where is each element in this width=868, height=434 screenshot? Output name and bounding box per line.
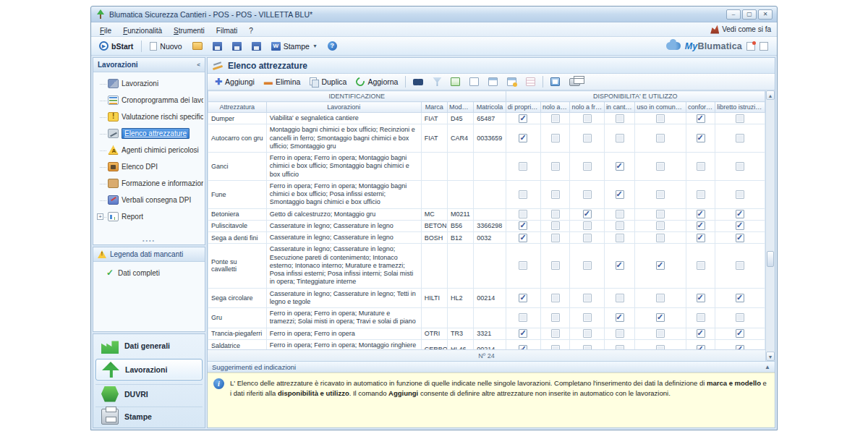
aggiungi-button[interactable]: ✚Aggiungi — [211, 75, 258, 88]
sidebar-item-lavorazioni[interactable]: Lavorazioni — [98, 75, 203, 92]
checkbox-conformita[interactable] — [697, 329, 705, 338]
checkbox-in-cantiere[interactable] — [616, 234, 624, 242]
checkbox-in-cantiere[interactable] — [616, 294, 624, 302]
column-header-libretto-istruzioni[interactable]: libretto istruzioni — [715, 102, 765, 113]
checkbox-di-proprieta[interactable] — [519, 210, 527, 218]
equipment-row[interactable]: Trancia-piegaferriFerro in opera; Ferro … — [208, 328, 765, 339]
checkbox-nolo-a-freddo[interactable] — [583, 329, 592, 338]
help-button[interactable]: ? — [324, 40, 341, 52]
checkbox-in-cantiere[interactable] — [616, 329, 624, 338]
checkbox-in-cantiere[interactable] — [616, 210, 624, 218]
sidebar-item-agenti-chimici-pericolosi[interactable]: Agenti chimici pericolosi — [98, 142, 203, 158]
vedi-come-si-fa-link[interactable]: Vedi come si fa — [722, 25, 771, 33]
sidebar-item-elenco-attrezzature[interactable]: Elenco attrezzature — [98, 125, 203, 142]
checkbox-conformita[interactable] — [697, 134, 705, 142]
checkbox-uso-in-comune[interactable] — [656, 329, 665, 338]
column-header-di-propriet[interactable]: di proprietà — [506, 102, 540, 113]
checkbox-di-proprieta[interactable] — [519, 261, 527, 270]
checkbox-conformita[interactable] — [697, 294, 705, 302]
checkbox-uso-in-comune[interactable] — [656, 294, 665, 302]
checkbox-nolo-a-caldo[interactable] — [551, 234, 560, 242]
checkbox-nolo-a-caldo[interactable] — [551, 114, 560, 123]
equipment-row[interactable]: Autocarro con gruMontaggio bagni chimici… — [208, 124, 765, 153]
checkbox-di-proprieta[interactable] — [519, 313, 527, 322]
card-view-button[interactable] — [466, 76, 482, 88]
close-button[interactable]: ✕ — [758, 9, 773, 20]
column-header-conformit[interactable]: conformità — [686, 102, 715, 113]
checkbox-nolo-a-caldo[interactable] — [551, 190, 560, 199]
checkbox-conformita[interactable] — [697, 234, 705, 242]
scrollbar-thumb[interactable] — [767, 251, 774, 267]
equipment-row[interactable]: FuneFerro in opera; Ferro in opera; Mont… — [208, 180, 765, 208]
vertical-scrollbar[interactable]: ▲ ▼ — [765, 90, 775, 361]
sidebar-item-report[interactable]: +Report — [98, 208, 203, 225]
checkbox-nolo-a-freddo[interactable] — [583, 221, 592, 230]
duplica-button[interactable]: Duplica — [306, 76, 350, 88]
checkbox-di-proprieta[interactable] — [519, 190, 527, 199]
sidebar-item-valutazione-rischi-specifici[interactable]: Valutazione rischi specifici — [98, 109, 203, 125]
checkbox-uso-in-comune[interactable] — [656, 114, 665, 123]
group-view-button[interactable] — [447, 76, 464, 88]
scroll-down-icon[interactable]: ▼ — [766, 352, 775, 361]
column-header-in-cantiere[interactable]: in cantiere — [604, 102, 634, 113]
checkbox-conformita[interactable] — [697, 210, 705, 218]
splitter-handle[interactable]: •••• — [93, 239, 205, 244]
checkbox-libretto-istruzioni[interactable] — [736, 221, 744, 230]
expand-icon[interactable]: + — [97, 213, 103, 220]
checkbox-libretto-istruzioni[interactable] — [736, 234, 744, 242]
menu-item-file[interactable]: File — [94, 25, 117, 36]
equipment-row[interactable]: Sega circolareCasserature in legno; Cass… — [208, 288, 765, 308]
equipment-row[interactable]: Ponte su cavallettiCasserature in legno;… — [208, 244, 765, 288]
checkbox-nolo-a-caldo[interactable] — [551, 261, 560, 270]
menu-item-filmati[interactable]: Filmati — [210, 25, 243, 36]
find-button[interactable] — [409, 77, 427, 88]
checkbox-uso-in-comune[interactable] — [656, 210, 665, 218]
checkbox-uso-in-comune[interactable] — [656, 313, 665, 322]
stampe-button[interactable]: W Stampe ▼ — [268, 41, 321, 52]
checkbox-conformita[interactable] — [697, 114, 705, 123]
export-grid-button[interactable] — [503, 76, 520, 88]
checkbox-conformita[interactable] — [697, 345, 705, 349]
checkbox-nolo-a-caldo[interactable] — [551, 221, 560, 230]
checkbox-libretto-istruzioni[interactable] — [736, 329, 744, 338]
save-button[interactable] — [209, 41, 226, 52]
export-button[interactable] — [248, 41, 265, 52]
nav-button-duvri[interactable]: DUVRI — [95, 384, 203, 403]
checkbox-di-proprieta[interactable] — [519, 294, 527, 302]
elimina-button[interactable]: ▬Elimina — [260, 75, 304, 88]
menu-item-?[interactable]: ? — [243, 25, 259, 36]
checkbox-conformita[interactable] — [697, 221, 705, 230]
checkbox-nolo-a-freddo[interactable] — [583, 210, 592, 218]
column-chooser-button[interactable] — [485, 76, 501, 88]
nav-button-stampe[interactable]: Stampe — [95, 407, 203, 425]
checkbox-nolo-a-freddo[interactable] — [583, 190, 592, 199]
sidebar-item-cronoprogramma-dei-lavori-gantt[interactable]: Cronoprogramma dei lavori (Gantt) — [98, 92, 203, 109]
checkbox-uso-in-comune[interactable] — [656, 221, 665, 230]
filter-button[interactable] — [429, 76, 445, 88]
column-header-nolo-a-caldo[interactable]: nolo a caldo — [541, 102, 570, 113]
menu-item-funzionalit[interactable]: Funzionalità — [117, 25, 168, 36]
checkbox-nolo-a-freddo[interactable] — [583, 114, 592, 123]
checkbox-di-proprieta[interactable] — [519, 134, 527, 142]
sidebar-item-formazione-e-informazione[interactable]: Formazione e informazione — [98, 175, 203, 192]
checkbox-libretto-istruzioni[interactable] — [736, 294, 744, 302]
scroll-up-icon[interactable]: ▲ — [766, 90, 775, 100]
checkbox-in-cantiere[interactable] — [616, 190, 624, 199]
checkbox-libretto-istruzioni[interactable] — [736, 134, 744, 142]
minimize-button[interactable]: – — [726, 9, 741, 20]
equipment-row[interactable]: Sega a denti finiCasserature in legno; C… — [208, 232, 765, 244]
menu-item-strumenti[interactable]: Strumenti — [168, 25, 210, 36]
column-header-attrezzatura[interactable]: Attrezzatura — [208, 102, 267, 113]
checkbox-nolo-a-caldo[interactable] — [551, 134, 560, 142]
checkbox-libretto-istruzioni[interactable] — [736, 313, 744, 322]
checkbox-di-proprieta[interactable] — [519, 329, 527, 338]
checkbox-nolo-a-freddo[interactable] — [583, 162, 592, 171]
nav-button-dati-generali[interactable]: Dati generali — [95, 336, 203, 355]
checkbox-di-proprieta[interactable] — [519, 162, 527, 171]
checkbox-nolo-a-freddo[interactable] — [583, 134, 592, 142]
myblumatica-link[interactable]: MyBlumatica — [685, 41, 742, 51]
nav-button-lavorazioni[interactable]: Lavorazioni — [95, 359, 203, 380]
column-header-matricola[interactable]: Matricola — [474, 102, 506, 113]
aggiorna-button[interactable]: Aggiorna — [352, 76, 401, 88]
sidebar-item-verbali-consegna-dpi[interactable]: Verbali consegna DPI — [98, 192, 203, 208]
